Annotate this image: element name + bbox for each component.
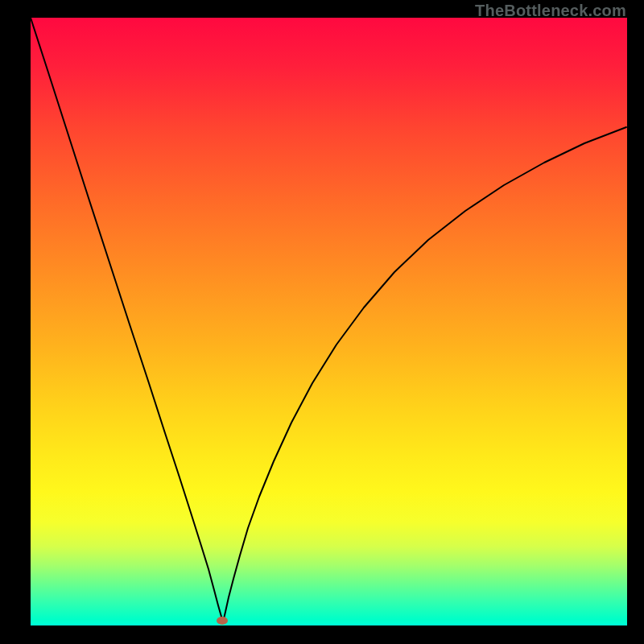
gradient-plot-background: [31, 18, 627, 625]
chart-stage: TheBottleneck.com: [0, 0, 644, 644]
watermark-text: TheBottleneck.com: [475, 2, 626, 20]
min-point-marker: [217, 617, 228, 625]
